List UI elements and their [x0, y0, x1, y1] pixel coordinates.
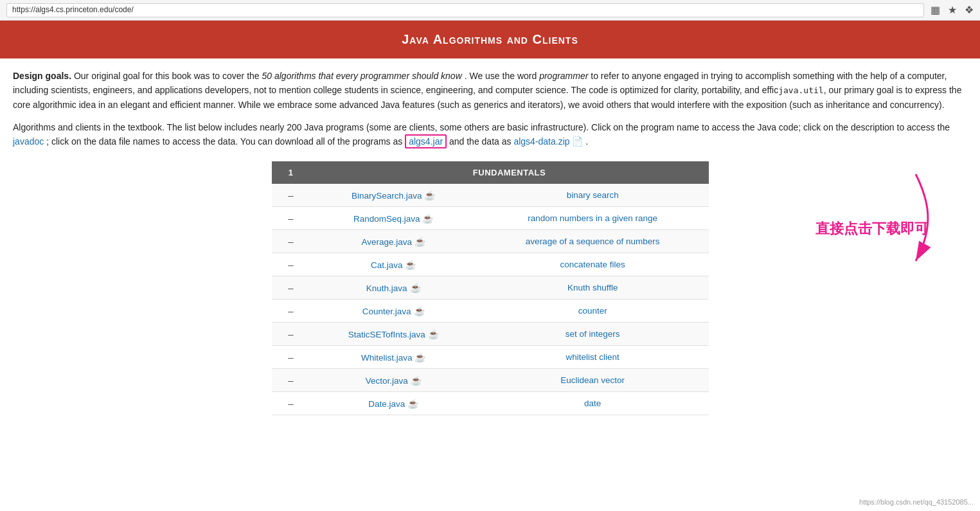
- row-number: –: [272, 346, 310, 369]
- java-icon: ☕: [428, 329, 439, 339]
- site-header: Java Algorithms and Clients: [0, 21, 980, 58]
- file-link[interactable]: Average.java: [361, 237, 412, 247]
- table-row: –Counter.java☕counter: [272, 300, 709, 323]
- file-link[interactable]: Date.java: [368, 399, 405, 409]
- design-goals-text1: Our original goal for this book was to c…: [74, 71, 262, 81]
- algorithms-text4: .: [585, 136, 588, 147]
- file-icon-emoji: 📄: [572, 136, 583, 147]
- browser-icons: ▦ ★ ❖: [931, 4, 974, 16]
- algs4jar-link[interactable]: algs4.jar: [405, 134, 447, 148]
- file-link[interactable]: StaticSETofInts.java: [348, 330, 425, 339]
- table-row: –Knuth.java☕Knuth shuffle: [272, 276, 709, 300]
- design-goals-paragraph: Design goals. Our original goal for this…: [13, 69, 964, 112]
- description-link[interactable]: average of a sequence of numbers: [526, 237, 660, 246]
- row-description: binary search: [477, 184, 709, 207]
- description-link[interactable]: Euclidean vector: [560, 375, 625, 385]
- table-row: –Cat.java☕concatenate files: [272, 253, 709, 276]
- table-header-row: 1 FUNDAMENTALS: [272, 161, 709, 184]
- algorithms-text3: and the data as: [449, 136, 513, 147]
- algorithms-italic: 50 algorithms that every programmer shou…: [262, 71, 462, 81]
- row-file: Knuth.java☕: [310, 276, 477, 300]
- description-link[interactable]: set of integers: [566, 329, 620, 339]
- description-link[interactable]: random numbers in a given range: [528, 213, 657, 223]
- design-goals-text2: . We use the word: [465, 71, 539, 81]
- row-description: Knuth shuffle: [477, 276, 709, 300]
- file-link[interactable]: BinarySearch.java: [352, 191, 422, 201]
- description-link[interactable]: binary search: [567, 190, 619, 200]
- description-link[interactable]: Knuth shuffle: [567, 283, 618, 292]
- site-title: Java Algorithms and Clients: [402, 32, 578, 46]
- javadoc-link[interactable]: javadoc: [13, 136, 44, 147]
- row-number: –: [272, 207, 310, 230]
- java-icon: ☕: [407, 399, 418, 409]
- annotation-area: 直接点击下载即可: [710, 161, 967, 418]
- row-number: –: [272, 184, 310, 207]
- description-link[interactable]: date: [584, 399, 601, 408]
- row-description: concatenate files: [477, 253, 709, 276]
- row-file: BinarySearch.java☕: [310, 184, 477, 207]
- file-link[interactable]: RandomSeq.java: [353, 214, 420, 224]
- row-description: whitelist client: [477, 346, 709, 369]
- algs4datazip-link[interactable]: algs4-data.zip: [513, 136, 569, 147]
- algorithms-text2: ; click on the data file names to access…: [46, 136, 405, 147]
- java-icon: ☕: [414, 306, 425, 316]
- row-number: –: [272, 230, 310, 253]
- arrow-svg: [736, 161, 967, 290]
- java-icon: ☕: [414, 352, 425, 363]
- java-icon: ☕: [410, 283, 421, 293]
- row-description: set of integers: [477, 323, 709, 346]
- row-description: random numbers in a given range: [477, 207, 709, 230]
- algorithms-label: Algorithms and clients in the textbook.: [13, 122, 165, 132]
- row-number: –: [272, 392, 310, 415]
- design-goals-label: Design goals.: [13, 71, 71, 81]
- extensions-icon[interactable]: ❖: [965, 4, 974, 16]
- table-row: –Whitelist.java☕whitelist client: [272, 346, 709, 369]
- description-link[interactable]: counter: [578, 306, 607, 316]
- table-row: –Date.java☕date: [272, 392, 709, 415]
- table-wrapper: 1 FUNDAMENTALS –BinarySearch.java☕binary…: [13, 161, 967, 415]
- java-icon: ☕: [414, 237, 425, 247]
- file-link[interactable]: Cat.java: [371, 260, 403, 270]
- table-row: –Average.java☕average of a sequence of n…: [272, 230, 709, 253]
- row-number: –: [272, 369, 310, 392]
- row-number: –: [272, 276, 310, 300]
- java-icon: ☕: [411, 375, 422, 386]
- java-icon: ☕: [422, 213, 433, 224]
- table-row: –Vector.java☕Euclidean vector: [272, 369, 709, 392]
- chapter-number-header: 1: [272, 161, 310, 184]
- fundamentals-table: 1 FUNDAMENTALS –BinarySearch.java☕binary…: [272, 161, 709, 415]
- sidebar-icon[interactable]: ▦: [931, 4, 940, 16]
- star-icon[interactable]: ★: [948, 4, 957, 16]
- file-link[interactable]: Vector.java: [366, 376, 408, 386]
- table-row: –RandomSeq.java☕random numbers in a give…: [272, 207, 709, 230]
- section-title-header: FUNDAMENTALS: [310, 161, 709, 184]
- row-file: Whitelist.java☕: [310, 346, 477, 369]
- file-link[interactable]: Whitelist.java: [361, 353, 413, 363]
- url-bar[interactable]: https://algs4.cs.princeton.edu/code/: [6, 3, 924, 17]
- browser-bar: https://algs4.cs.princeton.edu/code/ ▦ ★…: [0, 0, 980, 21]
- table-body: –BinarySearch.java☕binary search–RandomS…: [272, 184, 709, 415]
- row-number: –: [272, 323, 310, 346]
- row-description: average of a sequence of numbers: [477, 230, 709, 253]
- row-description: counter: [477, 300, 709, 323]
- row-file: Cat.java☕: [310, 253, 477, 276]
- row-file: Counter.java☕: [310, 300, 477, 323]
- java-icon: ☕: [405, 260, 416, 270]
- algorithms-text1: The list below includes nearly 200 Java …: [166, 122, 950, 132]
- file-link[interactable]: Knuth.java: [366, 283, 407, 293]
- description-link[interactable]: whitelist client: [566, 352, 619, 362]
- row-file: RandomSeq.java☕: [310, 207, 477, 230]
- row-number: –: [272, 300, 310, 323]
- java-util-code: java.util: [778, 85, 823, 95]
- algorithms-paragraph: Algorithms and clients in the textbook. …: [13, 120, 964, 149]
- description-link[interactable]: concatenate files: [560, 260, 625, 269]
- row-file: Vector.java☕: [310, 369, 477, 392]
- row-file: StaticSETofInts.java☕: [310, 323, 477, 346]
- row-file: Date.java☕: [310, 392, 477, 415]
- table-row: –StaticSETofInts.java☕set of integers: [272, 323, 709, 346]
- row-description: Euclidean vector: [477, 369, 709, 392]
- file-link[interactable]: Counter.java: [362, 307, 411, 316]
- row-file: Average.java☕: [310, 230, 477, 253]
- page-content: Java Algorithms and Clients Design goals…: [0, 21, 980, 428]
- programmer-italic: programmer: [539, 71, 588, 81]
